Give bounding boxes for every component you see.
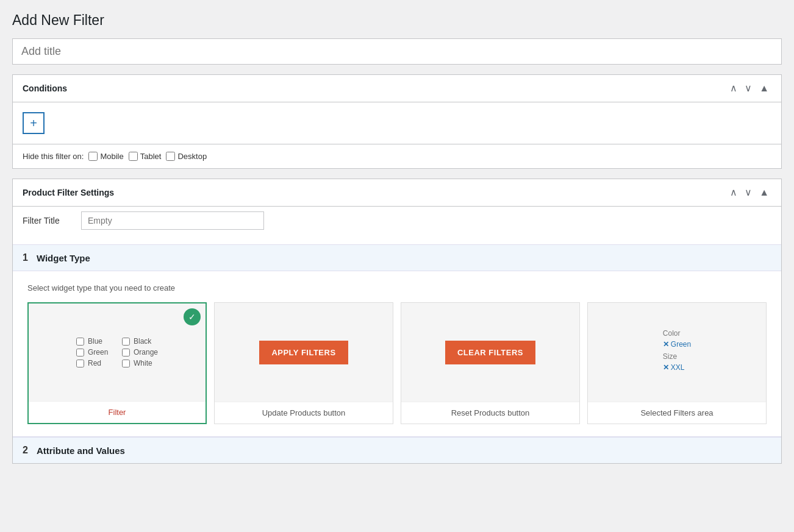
preview-label-black: Black xyxy=(134,337,151,346)
update-products-label: Update Products button xyxy=(215,402,393,424)
preview-label-blue: Blue xyxy=(88,337,102,346)
preview-label-red: Red xyxy=(88,359,101,367)
mobile-checkbox[interactable] xyxy=(88,152,98,161)
selected-filters-content: Color ✕ Green Size ✕ XXL xyxy=(663,329,691,375)
preview-checkbox-blue xyxy=(76,338,84,346)
update-products-preview: APPLY FILTERS xyxy=(215,303,393,402)
preview-checkbox-green xyxy=(76,349,84,356)
filter-item-green: Green xyxy=(76,348,112,356)
xxl-tag: ✕ XXL xyxy=(663,363,691,372)
green-x-icon: ✕ xyxy=(663,340,669,349)
preview-checkbox-orange xyxy=(122,349,130,356)
filter-item-white: White xyxy=(122,359,158,367)
clear-filters-preview-btn: CLEAR FILTERS xyxy=(445,341,535,364)
selected-filters-label: Selected Filters area xyxy=(588,402,766,424)
preview-label-orange: Orange xyxy=(134,348,158,356)
selected-checkmark: ✓ xyxy=(184,308,201,325)
hide-filter-label: Hide this filter on: xyxy=(23,152,84,161)
filter-card-label: Filter xyxy=(29,401,206,423)
product-filter-header: Product Filter Settings ∧ ∨ ▲ xyxy=(13,179,781,207)
attribute-section-title: Attribute and Values xyxy=(37,445,125,456)
widget-type-number: 1 xyxy=(23,252,28,263)
size-group-label: Size xyxy=(663,352,691,361)
preview-checkbox-red xyxy=(76,360,84,367)
conditions-section: Conditions ∧ ∨ ▲ + Hide this filter on: … xyxy=(12,74,782,169)
apply-filters-preview-btn: APPLY FILTERS xyxy=(259,341,348,364)
widget-card-update-products[interactable]: APPLY FILTERS Update Products button xyxy=(214,302,393,424)
color-group-label: Color xyxy=(663,329,691,338)
xxl-x-icon: ✕ xyxy=(663,363,669,372)
preview-checkbox-black xyxy=(122,338,130,346)
widget-card-reset-products[interactable]: CLEAR FILTERS Reset Products button xyxy=(401,302,580,424)
green-tag: ✕ Green xyxy=(663,340,691,349)
tablet-label: Tablet xyxy=(140,152,162,161)
product-filter-collapse-down[interactable]: ∨ xyxy=(742,186,754,199)
widget-card-selected-filters[interactable]: Color ✕ Green Size ✕ XXL Sel xyxy=(587,302,767,424)
conditions-collapse-triangle[interactable]: ▲ xyxy=(757,82,771,94)
conditions-collapse-up[interactable]: ∧ xyxy=(728,82,740,94)
attribute-section-header: 2 Attribute and Values xyxy=(13,436,781,463)
filter-title-row: Filter Title xyxy=(13,207,781,235)
filter-item-red: Red xyxy=(76,359,112,367)
filter-title-label: Filter Title xyxy=(23,216,71,225)
conditions-collapse-down[interactable]: ∨ xyxy=(742,82,754,94)
filter-item-orange: Orange xyxy=(122,348,158,356)
product-filter-controls: ∧ ∨ ▲ xyxy=(728,186,771,199)
widget-type-hint: Select widget type that you need to crea… xyxy=(27,283,767,293)
filter-card-preview: Blue Black Green xyxy=(29,303,206,401)
xxl-tag-label: XXL xyxy=(671,363,685,372)
desktop-checkbox[interactable] xyxy=(166,152,175,161)
conditions-body: + xyxy=(13,102,781,144)
page-title: Add New Filter xyxy=(12,12,782,29)
preview-label-white: White xyxy=(134,359,152,367)
reset-products-label: Reset Products button xyxy=(401,402,579,424)
widget-cards-grid: ✓ Blue Black xyxy=(27,302,767,424)
selected-filters-preview: Color ✕ Green Size ✕ XXL xyxy=(588,303,766,402)
tablet-checkbox[interactable] xyxy=(129,152,138,161)
filter-item-blue: Blue xyxy=(76,337,112,346)
reset-products-preview: CLEAR FILTERS xyxy=(401,303,579,402)
add-title-input[interactable] xyxy=(12,38,782,65)
conditions-controls: ∧ ∨ ▲ xyxy=(728,82,771,94)
preview-label-green: Green xyxy=(88,348,108,356)
widget-type-title: Widget Type xyxy=(37,253,90,263)
product-filter-collapse-up[interactable]: ∧ xyxy=(728,186,740,199)
product-filter-section: Product Filter Settings ∧ ∨ ▲ Filter Tit… xyxy=(12,179,782,464)
mobile-label: Mobile xyxy=(100,152,123,161)
preview-checkbox-white xyxy=(122,360,130,367)
conditions-title: Conditions xyxy=(23,83,67,93)
green-tag-label: Green xyxy=(671,340,691,349)
attribute-section-number: 2 xyxy=(23,445,28,456)
filter-title-input[interactable] xyxy=(81,211,264,230)
tablet-checkbox-label[interactable]: Tablet xyxy=(129,152,162,161)
widget-type-header: 1 Widget Type xyxy=(13,244,781,271)
widget-type-body: Select widget type that you need to crea… xyxy=(13,271,781,436)
widget-card-filter[interactable]: ✓ Blue Black xyxy=(27,302,207,424)
add-condition-button[interactable]: + xyxy=(23,112,45,134)
product-filter-title: Product Filter Settings xyxy=(23,188,114,197)
hide-filter-row: Hide this filter on: Mobile Tablet Deskt… xyxy=(13,144,781,168)
product-filter-collapse-triangle[interactable]: ▲ xyxy=(757,186,771,199)
mobile-checkbox-label[interactable]: Mobile xyxy=(88,152,123,161)
desktop-label: Desktop xyxy=(177,152,207,161)
conditions-header: Conditions ∧ ∨ ▲ xyxy=(13,75,781,102)
filter-item-black: Black xyxy=(122,337,158,346)
filter-preview-grid: Blue Black Green xyxy=(76,337,158,367)
desktop-checkbox-label[interactable]: Desktop xyxy=(166,152,207,161)
